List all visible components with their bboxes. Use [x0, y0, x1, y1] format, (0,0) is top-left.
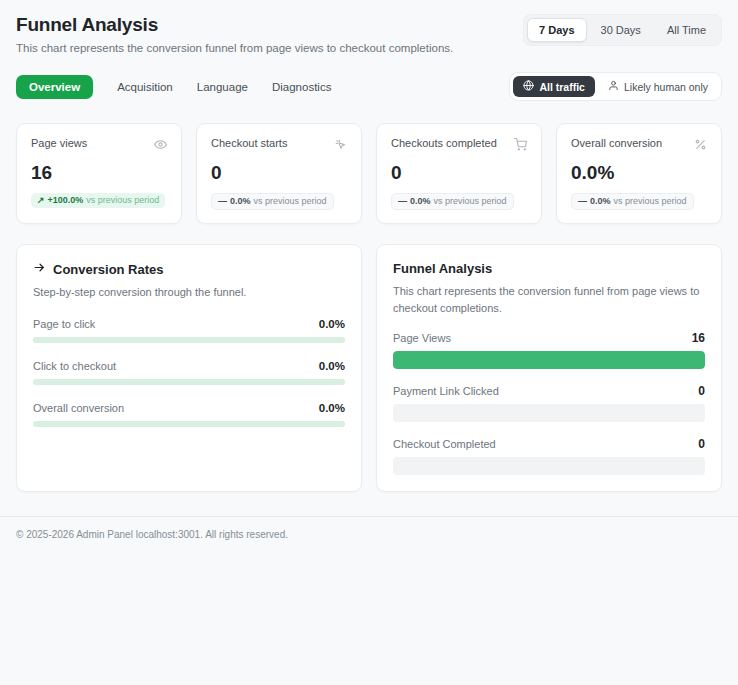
tab-acquisition[interactable]: Acquisition [117, 81, 173, 93]
stat-card-checkout-starts: Checkout starts 0 — 0.0% vs previous per… [196, 123, 362, 224]
funnel-bar-fill [393, 351, 705, 369]
stat-label: Overall conversion [571, 137, 662, 149]
rate-label: Click to checkout [33, 360, 116, 372]
funnel-row-page-views: Page Views 16 [393, 331, 705, 369]
stat-delta-badge: ↗ +100.0% vs previous period [31, 193, 165, 208]
page-title: Funnel Analysis [16, 14, 453, 36]
funnel-stage-label: Checkout Completed [393, 438, 496, 450]
rate-row-page-to-click: Page to click 0.0% [33, 318, 345, 343]
rate-row-overall-conversion: Overall conversion 0.0% [33, 402, 345, 427]
time-range-all-time[interactable]: All Time [655, 18, 718, 42]
rate-value: 0.0% [319, 360, 345, 372]
rate-row-click-to-checkout: Click to checkout 0.0% [33, 360, 345, 385]
funnel-stage-value: 0 [698, 437, 705, 451]
stat-delta: +100.0% [48, 196, 84, 205]
stat-value: 0 [211, 162, 347, 184]
stat-delta-badge: — 0.0% vs previous period [391, 193, 514, 210]
conversion-rates-title: Conversion Rates [33, 261, 345, 277]
funnel-bar-track [393, 404, 705, 422]
stat-delta: 0.0% [230, 197, 251, 206]
funnel-stage-value: 16 [692, 331, 705, 345]
time-range-7-days[interactable]: 7 Days [527, 18, 586, 42]
rate-progress-track [33, 421, 345, 427]
person-icon [608, 80, 619, 93]
tab-overview[interactable]: Overview [16, 75, 93, 99]
stat-label: Page views [31, 137, 87, 149]
rate-value: 0.0% [319, 318, 345, 330]
traffic-filter-group: All traffic Likely human only [509, 72, 722, 101]
stats-grid: Page views 16 ↗ +100.0% vs previous peri… [16, 123, 722, 224]
funnel-stage-label: Page Views [393, 332, 451, 344]
stat-card-page-views: Page views 16 ↗ +100.0% vs previous peri… [16, 123, 182, 224]
stat-delta: 0.0% [590, 197, 611, 206]
conversion-rates-subtitle: Step-by-step conversion through the funn… [33, 284, 345, 301]
percent-icon [694, 137, 707, 155]
page-subtitle: This chart represents the conversion fun… [16, 42, 453, 54]
funnel-analysis-panel: Funnel Analysis This chart represents th… [376, 244, 722, 492]
cursor-click-icon [334, 137, 347, 155]
tabs-row: Overview Acquisition Language Diagnostic… [16, 72, 722, 101]
time-range-30-days[interactable]: 30 Days [589, 18, 653, 42]
funnel-analysis-subtitle: This chart represents the conversion fun… [393, 283, 705, 316]
funnel-row-payment-link-clicked: Payment Link Clicked 0 [393, 384, 705, 422]
conversion-rates-title-text: Conversion Rates [53, 262, 164, 277]
stat-delta-note: vs previous period [434, 197, 507, 206]
time-range-segmented-control: 7 Days 30 Days All Time [523, 14, 722, 46]
trend-flat-icon: — [218, 197, 227, 206]
cart-icon [514, 137, 527, 155]
footer: © 2025-2026 Admin Panel localhost:3001. … [0, 516, 738, 552]
funnel-analysis-title: Funnel Analysis [393, 261, 705, 276]
stat-card-overall-conversion: Overall conversion 0.0% — 0.0% vs previo… [556, 123, 722, 224]
stat-delta-note: vs previous period [254, 197, 327, 206]
filter-likely-human-only[interactable]: Likely human only [598, 76, 718, 97]
funnel-analysis-title-text: Funnel Analysis [393, 261, 492, 276]
funnel-row-checkout-completed: Checkout Completed 0 [393, 437, 705, 475]
tab-bar: Overview Acquisition Language Diagnostic… [16, 75, 331, 99]
panels-row: Conversion Rates Step-by-step conversion… [16, 244, 722, 492]
page-header: Funnel Analysis This chart represents th… [16, 14, 722, 54]
page-header-text: Funnel Analysis This chart represents th… [16, 14, 453, 54]
funnel-bar-track [393, 457, 705, 475]
stat-delta-badge: — 0.0% vs previous period [571, 193, 694, 210]
stat-card-checkouts-completed: Checkouts completed 0 — 0.0% vs previous… [376, 123, 542, 224]
filter-all-traffic[interactable]: All traffic [513, 76, 595, 97]
footer-copyright: © 2025-2026 Admin Panel localhost:3001. … [16, 529, 288, 540]
tab-language[interactable]: Language [197, 81, 248, 93]
tab-diagnostics[interactable]: Diagnostics [272, 81, 331, 93]
funnel-analysis-page: Funnel Analysis This chart represents th… [0, 0, 738, 492]
funnel-bar-track [393, 351, 705, 369]
rate-progress-track [33, 337, 345, 343]
stat-value: 16 [31, 162, 167, 184]
globe-icon [523, 80, 534, 93]
rate-label: Overall conversion [33, 402, 124, 414]
stat-label: Checkout starts [211, 137, 287, 149]
trend-flat-icon: — [578, 197, 587, 206]
funnel-stage-value: 0 [698, 384, 705, 398]
rate-label: Page to click [33, 318, 95, 330]
trend-up-icon: ↗ [37, 196, 45, 205]
trend-flat-icon: — [398, 197, 407, 206]
filter-all-traffic-label: All traffic [539, 81, 585, 93]
stat-value: 0 [391, 162, 527, 184]
arrow-right-icon [33, 261, 46, 277]
rate-progress-track [33, 379, 345, 385]
conversion-rates-panel: Conversion Rates Step-by-step conversion… [16, 244, 362, 492]
eye-icon [154, 137, 167, 155]
stat-delta: 0.0% [410, 197, 431, 206]
stat-value: 0.0% [571, 162, 707, 184]
stat-delta-note: vs previous period [86, 196, 159, 205]
stat-delta-note: vs previous period [614, 197, 687, 206]
filter-likely-human-only-label: Likely human only [624, 81, 708, 93]
rate-value: 0.0% [319, 402, 345, 414]
funnel-stage-label: Payment Link Clicked [393, 385, 499, 397]
stat-label: Checkouts completed [391, 137, 497, 149]
stat-delta-badge: — 0.0% vs previous period [211, 193, 334, 210]
